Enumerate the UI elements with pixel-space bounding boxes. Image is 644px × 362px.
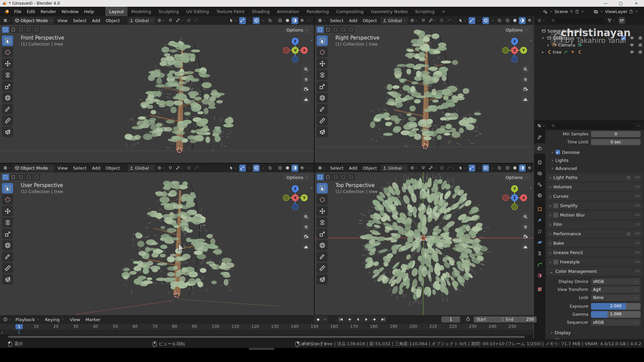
tool-transform[interactable] [317,240,328,250]
timeline-track-area[interactable] [0,330,533,335]
properties-tab-data[interactable] [534,259,545,269]
selectability-dropdown[interactable] [458,165,468,172]
section-film[interactable]: ›Film [547,220,643,229]
preset-icon[interactable] [626,175,631,180]
tool-transform[interactable] [2,93,13,103]
subsection-lights[interactable]: ›Lights [545,156,644,164]
shading-rendered-button[interactable] [299,17,306,24]
new-collection-button[interactable] [619,17,625,24]
shading-material-button[interactable] [519,17,526,24]
overlays-dropdown[interactable] [490,17,495,24]
select-mode-circle[interactable] [332,26,339,33]
view-layer-selector[interactable]: ViewLayer [591,8,641,15]
editor-type-icon[interactable] [2,165,12,172]
tool-scale[interactable] [317,81,328,92]
tool-transform[interactable] [2,240,13,250]
cm-dropdown-view-transform[interactable]: AgX [591,286,641,293]
tool-rotate[interactable] [2,70,13,80]
section-grip[interactable] [635,214,640,217]
viewport-menu-select[interactable]: Select [71,166,89,171]
select-mode-circle[interactable] [17,174,24,180]
workspace-tab-shading[interactable]: Shading [248,7,273,16]
resize-grip[interactable] [249,348,274,350]
camera-view-button[interactable] [521,232,530,241]
outliner-editor-icon[interactable] [536,17,546,24]
proportional-falloff-dropdown[interactable] [446,17,456,24]
section-grip[interactable] [635,270,640,273]
workspace-tab-sculpting[interactable]: Sculpting [155,7,182,16]
tool-measure[interactable] [317,115,328,126]
outliner-row-camera[interactable]: ▸Camera [534,42,643,48]
select-mode-tweak[interactable] [2,174,9,180]
section-performance[interactable]: ›Performance [547,230,643,238]
proportional-edit-toggle[interactable] [438,17,445,24]
section-freestyle[interactable]: ›Freestyle [547,258,643,266]
scrollbar-thumb[interactable] [8,336,525,338]
previous-frame-button[interactable] [354,316,362,323]
pan-button[interactable] [521,222,530,231]
properties-tab-physics[interactable] [534,237,545,247]
shading-wireframe-button[interactable] [277,165,283,172]
workspace-tab-layout[interactable]: Layout [105,7,127,16]
orientation-dropdown[interactable]: Global [381,165,408,172]
tool-annotate[interactable] [317,251,328,262]
overlays-toggle[interactable] [253,17,260,24]
unlink-scene-icon[interactable] [581,9,585,13]
tool-cursor[interactable] [317,47,328,57]
orientation-dropdown[interactable]: Global [127,17,155,24]
viewport-menu-object[interactable]: Object [360,18,379,23]
viewport-menu-select[interactable]: Select [328,18,346,23]
viewport-menu-select[interactable]: Select [71,18,89,23]
close-button[interactable]: × [629,0,644,7]
next-keyframe-button[interactable] [371,316,379,323]
properties-tab-texture[interactable] [534,284,545,294]
proportional-edit-toggle[interactable] [438,165,445,172]
select-mode-paint[interactable] [347,174,355,180]
outliner-row-scene-collection[interactable]: Scene Collection [534,27,643,34]
shading-material-button[interactable] [291,165,298,172]
auto-key-button[interactable] [314,316,322,323]
gizmo-toggle[interactable] [239,17,246,24]
section-color-management[interactable]: ⌄Color Management [547,267,643,276]
select-mode-tweak[interactable] [2,26,9,33]
section-grip[interactable] [635,195,640,198]
properties-tab-modifiers[interactable] [534,215,545,225]
menu-render[interactable]: Render [38,8,59,15]
snap-target-dropdown[interactable] [427,165,438,172]
options-button[interactable]: Options [284,26,311,34]
properties-tab-scene[interactable] [534,179,545,189]
checkbox-unchecked[interactable] [553,213,558,218]
tool-add-cube[interactable] [2,274,13,285]
properties-search-input[interactable] [548,123,634,129]
frame-start-field[interactable]: Start1 [474,316,507,322]
workspace-tab-uv-editing[interactable]: UV Editing [182,7,213,16]
frame-end-field[interactable]: End250 [503,316,537,322]
gizmo-dropdown[interactable] [247,17,252,24]
workspace-tab-animation[interactable]: Animation [273,7,303,16]
options-button[interactable]: Options [503,26,531,34]
tool-annotate[interactable] [2,251,13,262]
select-mode-box[interactable] [324,26,331,33]
menu-edit[interactable]: Edit [24,8,38,15]
selectability-dropdown[interactable] [228,165,238,172]
viewport-menu-add[interactable]: Add [346,18,360,23]
gizmo-toggle[interactable] [469,17,475,24]
section-light-paths[interactable]: ›Light Paths [547,173,643,182]
pivot-point-dropdown[interactable] [156,17,166,24]
tool-scale[interactable] [2,229,13,239]
workspace-tab-scripting[interactable]: Scripting [412,7,438,16]
proportional-edit-toggle[interactable] [185,17,192,24]
pivot-point-dropdown[interactable] [409,165,419,172]
timeline-editor-icon[interactable] [2,316,12,323]
select-mode-box[interactable] [324,174,331,180]
timeline-scrollbar[interactable] [0,335,533,339]
select-mode-tweak[interactable] [317,26,324,33]
overlays-dropdown[interactable] [490,165,495,172]
perspective-toggle-button[interactable] [521,95,530,104]
select-mode-paint[interactable] [33,26,40,33]
gizmo-toggle[interactable] [469,165,475,172]
render-visibility-icon[interactable] [638,36,643,40]
section-grip[interactable] [635,185,640,188]
snap-target-dropdown[interactable] [174,17,185,24]
proportional-falloff-dropdown[interactable] [446,165,456,172]
